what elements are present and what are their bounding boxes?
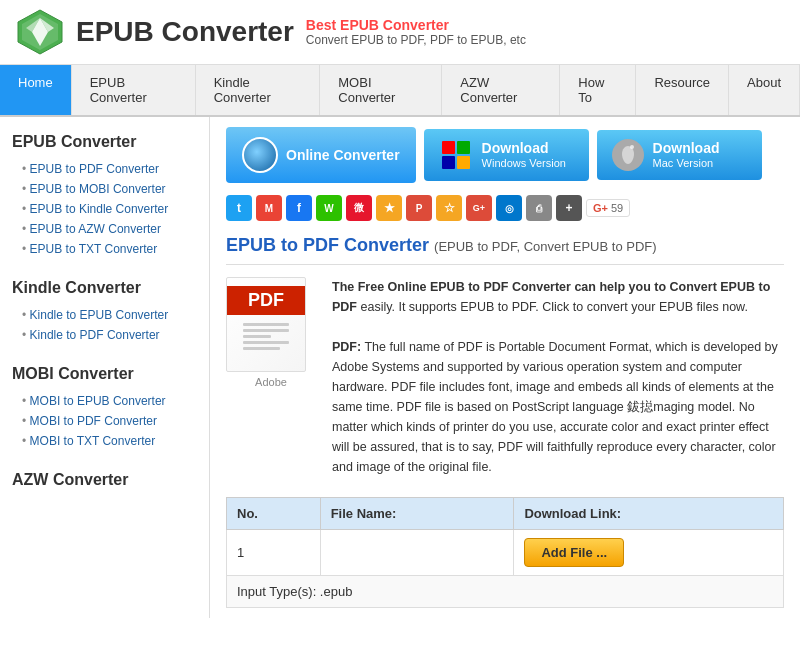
windows-btn-main: Download xyxy=(482,140,566,157)
gplus-badge[interactable]: G+ 59 xyxy=(586,199,630,217)
sidebar-link-kindle-epub[interactable]: Kindle to EPUB Converter xyxy=(12,305,197,325)
tagline: Best EPUB Converter Convert EPUB to PDF,… xyxy=(306,17,526,47)
sidebar-link-epub-txt[interactable]: EPUB to TXT Converter xyxy=(12,239,197,259)
add-file-button[interactable]: Add File ... xyxy=(524,538,624,567)
sidebar-link-epub-azw[interactable]: EPUB to AZW Converter xyxy=(12,219,197,239)
more-social-icon[interactable]: + xyxy=(556,195,582,221)
navbar: Home EPUB Converter Kindle Converter MOB… xyxy=(0,65,800,117)
mac-icon xyxy=(611,138,645,172)
download-mac-button[interactable]: Download Mac Version xyxy=(597,130,762,180)
weibo-icon[interactable]: 微 xyxy=(346,195,372,221)
pdf-lines xyxy=(239,319,294,357)
mac-btn-sub: Mac Version xyxy=(653,157,720,170)
download-windows-button[interactable]: Download Windows Version xyxy=(424,129,589,181)
input-type-text: Input Type(s): .epub xyxy=(227,576,784,608)
nav-home[interactable]: Home xyxy=(0,65,72,115)
nav-kindle[interactable]: Kindle Converter xyxy=(196,65,321,115)
content-body: PDF Adobe The Free Online EPUB to PDF Co… xyxy=(226,277,784,477)
sidebar: EPUB Converter EPUB to PDF Converter EPU… xyxy=(0,117,210,618)
print-icon[interactable]: ⎙ xyxy=(526,195,552,221)
adobe-label: Adobe xyxy=(226,376,316,388)
logo-icon xyxy=(16,8,64,56)
content-area: Online Converter Download Windows Versio… xyxy=(210,117,800,618)
windows-icon xyxy=(438,137,474,173)
sidebar-title-epub: EPUB Converter xyxy=(12,133,197,151)
description-text: The Free Online EPUB to PDF Converter ca… xyxy=(332,277,784,477)
bookmark-icon[interactable]: ☆ xyxy=(436,195,462,221)
wechat-icon[interactable]: W xyxy=(316,195,342,221)
sidebar-link-epub-mobi[interactable]: EPUB to MOBI Converter xyxy=(12,179,197,199)
gplus-count: 59 xyxy=(611,202,623,214)
sidebar-title-mobi: MOBI Converter xyxy=(12,365,197,383)
pdf-label: PDF xyxy=(227,286,305,315)
pdf-icon-container: PDF Adobe xyxy=(226,277,316,477)
sidebar-link-mobi-txt[interactable]: MOBI to TXT Converter xyxy=(12,431,197,451)
table-row: 1 Add File ... xyxy=(227,530,784,576)
sidebar-section-kindle: Kindle Converter Kindle to EPUB Converte… xyxy=(12,279,197,345)
sidebar-link-epub-pdf[interactable]: EPUB to PDF Converter xyxy=(12,159,197,179)
social-row: t M f W 微 ★ P ☆ G+ ◎ ⎙ + G+ 59 xyxy=(226,195,784,221)
globe-icon xyxy=(242,137,278,173)
sidebar-link-epub-kindle[interactable]: EPUB to Kindle Converter xyxy=(12,199,197,219)
nav-resource[interactable]: Resource xyxy=(636,65,729,115)
sidebar-title-azw: AZW Converter xyxy=(12,471,197,489)
windows-btn-sub: Windows Version xyxy=(482,157,566,170)
row-no: 1 xyxy=(227,530,321,576)
sidebar-section-mobi: MOBI Converter MOBI to EPUB Converter MO… xyxy=(12,365,197,451)
sidebar-link-kindle-pdf[interactable]: Kindle to PDF Converter xyxy=(12,325,197,345)
nav-social-icon[interactable]: ◎ xyxy=(496,195,522,221)
sidebar-section-azw: AZW Converter xyxy=(12,471,197,489)
svg-point-6 xyxy=(630,145,634,149)
header: EPUB Converter Best EPUB Converter Conve… xyxy=(0,0,800,65)
main-layout: EPUB Converter EPUB to PDF Converter EPU… xyxy=(0,117,800,618)
nav-epub[interactable]: EPUB Converter xyxy=(72,65,196,115)
input-type-row: Input Type(s): .epub xyxy=(227,576,784,608)
pdf-image: PDF xyxy=(226,277,306,372)
file-table: No. File Name: Download Link: 1 Add File… xyxy=(226,497,784,608)
star-icon[interactable]: ★ xyxy=(376,195,402,221)
col-no: No. xyxy=(227,498,321,530)
sidebar-section-epub: EPUB Converter EPUB to PDF Converter EPU… xyxy=(12,133,197,259)
nav-azw[interactable]: AZW Converter xyxy=(442,65,560,115)
nav-about[interactable]: About xyxy=(729,65,800,115)
row-filename xyxy=(320,530,514,576)
facebook-icon[interactable]: f xyxy=(286,195,312,221)
sidebar-link-mobi-epub[interactable]: MOBI to EPUB Converter xyxy=(12,391,197,411)
sidebar-link-mobi-pdf[interactable]: MOBI to PDF Converter xyxy=(12,411,197,431)
logo-text: EPUB Converter xyxy=(76,16,294,48)
gplus-icon[interactable]: G+ xyxy=(466,195,492,221)
twitter-icon[interactable]: t xyxy=(226,195,252,221)
search-social-icon[interactable]: P xyxy=(406,195,432,221)
nav-mobi[interactable]: MOBI Converter xyxy=(320,65,442,115)
page-title: EPUB to PDF Converter (EPUB to PDF, Conv… xyxy=(226,235,784,265)
online-converter-button[interactable]: Online Converter xyxy=(226,127,416,183)
sidebar-title-kindle: Kindle Converter xyxy=(12,279,197,297)
row-link: Add File ... xyxy=(514,530,784,576)
gmail-icon[interactable]: M xyxy=(256,195,282,221)
nav-howto[interactable]: How To xyxy=(560,65,636,115)
mac-btn-main: Download xyxy=(653,140,720,157)
col-filename: File Name: xyxy=(320,498,514,530)
online-button-label: Online Converter xyxy=(286,147,400,163)
col-download: Download Link: xyxy=(514,498,784,530)
download-row: Online Converter Download Windows Versio… xyxy=(226,127,784,183)
